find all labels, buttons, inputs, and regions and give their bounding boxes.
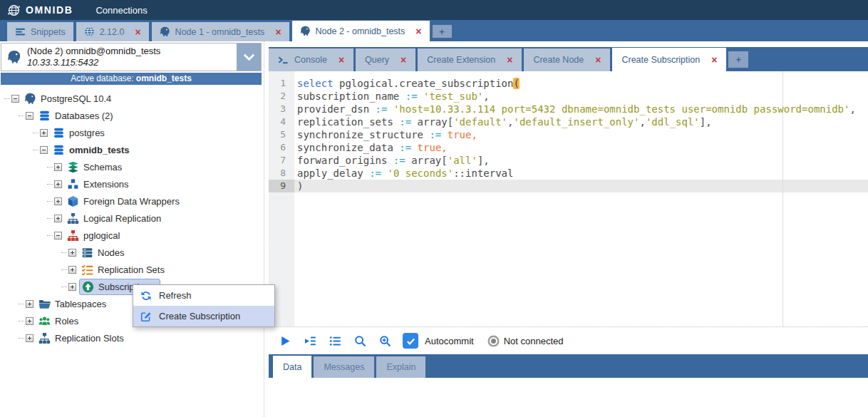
code-token: ], <box>700 116 712 128</box>
tab-label: Create Subscription <box>621 55 700 65</box>
code-token: ::interval <box>453 168 513 179</box>
close-tab-icon[interactable]: × <box>507 55 512 65</box>
close-tab-icon[interactable]: × <box>711 55 717 65</box>
code-token: := <box>429 129 441 140</box>
collapse-icon[interactable] <box>11 95 19 103</box>
context-menu-item-create-subscription[interactable]: Create Subscription <box>133 306 274 326</box>
tree-item-logical-replication[interactable]: Logical Replication <box>0 210 262 227</box>
close-tab-icon[interactable]: × <box>595 55 601 65</box>
code-token <box>411 142 417 153</box>
tab-label: + <box>736 54 742 65</box>
expand-icon[interactable] <box>26 300 33 308</box>
indent-button[interactable] <box>301 332 319 349</box>
tree-connector <box>33 133 38 133</box>
expand-icon[interactable] <box>26 334 33 342</box>
code-line-3: provider_dsn := 'host=10.33.3.114 port=5… <box>294 103 868 115</box>
tree-item-databases-2[interactable]: Databases (2) <box>0 107 262 124</box>
tab-label: Query <box>365 55 389 65</box>
tree-item-schemas[interactable]: Schemas <box>0 158 262 175</box>
autocommit-label: Autocommit <box>425 336 474 346</box>
tree-item-replication-sets[interactable]: Replication Sets <box>0 261 262 278</box>
line-number: 2 <box>269 90 294 103</box>
expand-icon[interactable] <box>26 317 33 325</box>
expand-icon[interactable] <box>68 249 76 257</box>
tree-item-omnidb-tests[interactable]: omnidb_tests <box>0 141 262 158</box>
expand-icon[interactable] <box>68 266 76 274</box>
tree-item-label: omnidb_tests <box>69 145 130 155</box>
code-token: synchronize_data <box>297 142 399 153</box>
tab-snippets[interactable]: Snippets <box>7 22 73 41</box>
connection-dropdown-button[interactable] <box>237 43 261 71</box>
tree-item-label: pglogical <box>83 230 120 241</box>
tab-messages[interactable]: Messages <box>314 356 374 378</box>
autocommit-checkbox[interactable] <box>403 333 418 349</box>
close-tab-icon[interactable]: × <box>415 26 421 36</box>
tab-node-1-omnidb-tests[interactable]: Node 1 - omnidb_tests× <box>152 22 289 41</box>
code-token: replication_sets <box>297 116 399 128</box>
refresh-icon <box>140 290 152 302</box>
connection-selector[interactable]: (Node 2) omnidb@omnidb_tests 10.33.3.115… <box>1 43 262 71</box>
roles-icon <box>38 315 51 327</box>
tree-item-pglogical[interactable]: pglogical <box>0 227 262 244</box>
collapse-icon[interactable] <box>54 232 62 240</box>
tab-console[interactable]: Console× <box>269 48 353 71</box>
tree-item-label: Replication Sets <box>98 264 165 275</box>
code-token: ], <box>477 155 490 166</box>
tab-data[interactable]: Data <box>273 356 311 378</box>
tab-create-subscription[interactable]: Create Subscription× <box>612 48 726 71</box>
zoom-in-button[interactable] <box>376 332 393 349</box>
run-button[interactable] <box>277 332 294 349</box>
panel-divider[interactable] <box>264 41 264 417</box>
new-tab-button[interactable]: + <box>728 51 748 68</box>
search-button[interactable] <box>351 332 368 349</box>
line-number: 5 <box>269 128 294 141</box>
sitemap-blue-icon <box>67 212 79 225</box>
code-token: pglogical.create_subscription <box>334 78 514 89</box>
expand-icon[interactable] <box>40 129 48 137</box>
new-tab-button[interactable]: + <box>433 25 452 38</box>
tree-item-extensions[interactable]: Extensions <box>0 175 262 192</box>
expand-icon[interactable] <box>54 163 62 171</box>
collapse-icon[interactable] <box>26 112 33 120</box>
code-token: ( <box>513 78 519 89</box>
tree-item-postgresql-10-4[interactable]: PostgreSQL 10.4 <box>0 90 262 107</box>
close-tab-icon[interactable]: × <box>401 55 406 65</box>
expand-icon[interactable] <box>54 180 62 188</box>
tree-connector <box>47 167 53 168</box>
tab-label: Snippets <box>31 27 66 37</box>
code-line-7: forward_origins := array['all'], <box>294 154 868 167</box>
tree-item-foreign-data-wrappers[interactable]: Foreign Data Wrappers <box>0 192 262 210</box>
command-history-button[interactable] <box>326 332 343 349</box>
tab-2-12-0[interactable]: 2.12.0× <box>76 22 149 41</box>
tree-item-replication-slots[interactable]: Replication Slots <box>0 329 262 346</box>
tree-item-label: Foreign Data Wrappers <box>83 196 180 207</box>
tree-item-label: Schemas <box>83 162 122 173</box>
tree-connector <box>61 287 67 287</box>
tree-item-postgres[interactable]: postgres <box>0 124 262 141</box>
database-icon <box>38 110 51 122</box>
collapse-icon[interactable] <box>40 146 48 154</box>
sql-editor[interactable]: 123456789 select pglogical.create_subscr… <box>269 71 868 326</box>
expand-icon[interactable] <box>54 215 62 222</box>
sitemap-red-icon <box>67 230 79 242</box>
tab-query[interactable]: Query× <box>356 48 415 71</box>
tab-explain[interactable]: Explain <box>376 356 425 378</box>
extensions-icon <box>67 178 79 190</box>
tab-create-extension[interactable]: Create Extension× <box>418 48 522 71</box>
menu-connections[interactable]: Connections <box>95 5 147 16</box>
expand-icon[interactable] <box>68 283 76 291</box>
tab-node-2-omnidb-tests[interactable]: Node 2 - omnidb_tests× <box>292 21 430 41</box>
close-tab-icon[interactable]: × <box>135 27 140 37</box>
top-navbar: OMNIDB Connections <box>0 0 868 20</box>
close-tab-icon[interactable]: × <box>275 27 281 37</box>
tree-connector <box>33 150 38 150</box>
tree-item-nodes[interactable]: Nodes <box>0 244 262 261</box>
tab-create-node[interactable]: Create Node× <box>524 48 610 71</box>
tree-connector <box>47 201 53 202</box>
nodes-icon <box>81 247 93 259</box>
editor-toolbar: Autocommit Not connected <box>269 326 868 354</box>
close-tab-icon[interactable]: × <box>339 55 344 65</box>
expand-icon[interactable] <box>54 197 62 205</box>
context-menu-item-refresh[interactable]: Refresh <box>133 285 274 306</box>
chevron-down-icon <box>243 53 255 61</box>
